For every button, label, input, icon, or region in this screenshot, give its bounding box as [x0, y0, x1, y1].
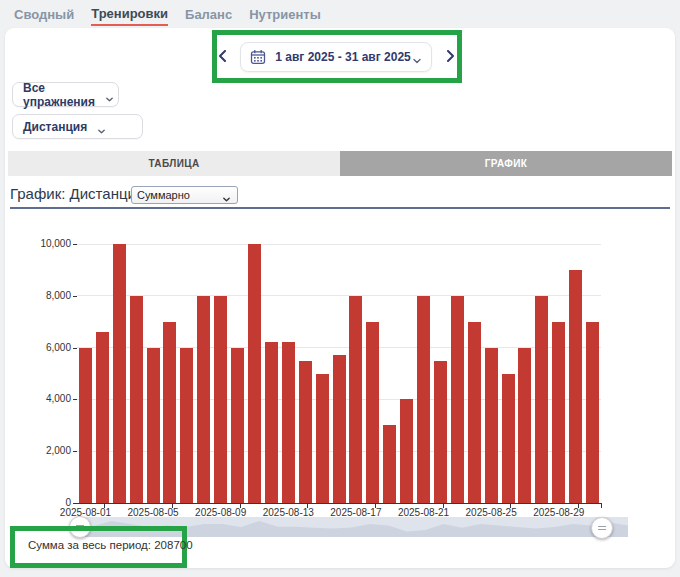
y-axis-tick — [73, 244, 77, 245]
bar[interactable] — [180, 348, 193, 503]
y-gridline — [77, 244, 601, 245]
y-axis-label: 8,000 — [13, 290, 71, 301]
bar[interactable] — [535, 296, 548, 503]
x-axis-line — [77, 503, 602, 504]
bar[interactable] — [79, 348, 92, 503]
bar[interactable] — [400, 399, 413, 503]
bar-chart: 02,0004,0006,0008,00010,0002025-08-01202… — [5, 28, 675, 568]
bar[interactable] — [349, 296, 362, 503]
x-axis-tick — [104, 504, 105, 508]
bar[interactable] — [485, 348, 498, 503]
y-axis-tick — [73, 296, 77, 297]
x-axis-tick — [240, 504, 241, 508]
top-nav: Сводный Тренировки Баланс Нутриенты — [0, 0, 680, 28]
x-axis-tick — [172, 504, 173, 508]
bar[interactable] — [163, 322, 176, 503]
bar[interactable] — [96, 332, 109, 503]
y-axis-label: 2,000 — [13, 445, 71, 456]
bar[interactable] — [468, 322, 481, 503]
y-axis-tick — [73, 451, 77, 452]
bar[interactable] — [366, 322, 379, 503]
x-axis-tick — [443, 504, 444, 508]
x-axis-tick — [578, 504, 579, 508]
y-axis-label: 6,000 — [13, 342, 71, 353]
nav-item-balans[interactable]: Баланс — [185, 3, 232, 25]
main-panel: 1 авг 2025 - 31 авг 2025 Все упражнения … — [5, 28, 675, 568]
y-axis-tick — [73, 503, 77, 504]
period-total-label: Сумма за весь период: 208700 — [28, 539, 193, 551]
x-axis-tick — [510, 504, 511, 508]
bar[interactable] — [333, 355, 346, 503]
bar[interactable] — [383, 425, 396, 503]
bar[interactable] — [147, 348, 160, 503]
bar[interactable] — [518, 348, 531, 503]
bar[interactable] — [265, 342, 278, 503]
bar[interactable] — [113, 244, 126, 503]
bar[interactable] — [502, 374, 515, 504]
navigator-area-silhouette — [75, 517, 628, 537]
bar[interactable] — [197, 296, 210, 503]
bar[interactable] — [248, 244, 261, 503]
y-gridline — [77, 295, 601, 296]
bar[interactable] — [231, 348, 244, 503]
x-axis-tick — [375, 504, 376, 508]
bar[interactable] — [214, 296, 227, 503]
bar[interactable] — [434, 361, 447, 503]
nav-item-trenirovki[interactable]: Тренировки — [91, 2, 168, 26]
bar[interactable] — [451, 296, 464, 503]
nav-item-nutrienty[interactable]: Нутриенты — [249, 3, 321, 25]
drag-grip-icon — [76, 525, 84, 529]
scrollbar-right-handle[interactable] — [591, 517, 613, 539]
y-axis-label: 10,000 — [13, 238, 71, 249]
bar[interactable] — [299, 361, 312, 503]
bar[interactable] — [586, 322, 599, 503]
y-axis-label: 4,000 — [13, 393, 71, 404]
bar[interactable] — [417, 296, 430, 503]
bar[interactable] — [130, 296, 143, 503]
nav-item-svodny[interactable]: Сводный — [14, 3, 74, 25]
bar[interactable] — [552, 322, 565, 503]
chart-plot-area — [77, 244, 601, 503]
bar[interactable] — [569, 270, 582, 503]
bar[interactable] — [282, 342, 295, 503]
chart-range-scrollbar[interactable] — [75, 517, 628, 537]
y-axis-tick — [73, 348, 77, 349]
y-axis-tick — [73, 399, 77, 400]
drag-grip-icon — [598, 526, 606, 530]
scrollbar-left-handle[interactable] — [69, 516, 91, 538]
x-axis-end-tick — [601, 504, 602, 508]
x-axis-tick — [307, 504, 308, 508]
bar[interactable] — [316, 374, 329, 504]
